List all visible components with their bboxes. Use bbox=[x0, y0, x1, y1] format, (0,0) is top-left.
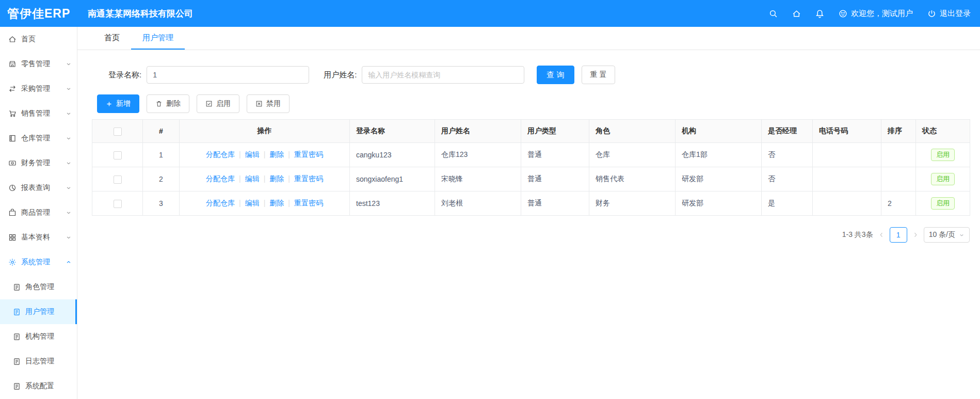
toolbar: 新增 删除 启用 禁用 bbox=[97, 94, 971, 113]
sidebar-subitem-user-management[interactable]: 用户管理 bbox=[0, 299, 77, 324]
chevron-up-icon bbox=[66, 259, 72, 265]
select-all-checkbox[interactable] bbox=[114, 127, 122, 136]
next-page-icon[interactable] bbox=[912, 232, 919, 238]
divider: | bbox=[288, 150, 290, 158]
cell-role: 财务 bbox=[589, 191, 676, 216]
add-button[interactable]: 新增 bbox=[97, 94, 139, 113]
logout-label: 退出登录 bbox=[940, 9, 971, 19]
sidebar-subitem-log-management[interactable]: 日志管理 bbox=[0, 349, 77, 374]
sidebar-item-home[interactable]: 首页 bbox=[0, 27, 77, 52]
tab-user-management[interactable]: 用户管理 bbox=[131, 27, 185, 50]
bell-icon[interactable] bbox=[815, 9, 824, 18]
sidebar-item-label: 销售管理 bbox=[21, 109, 50, 118]
status-badge[interactable]: 启用 bbox=[931, 173, 955, 185]
divider: | bbox=[264, 174, 266, 183]
sidebar-item-goods[interactable]: 商品管理 bbox=[0, 200, 77, 225]
search-button[interactable]: 查 询 bbox=[537, 66, 574, 84]
cell-login-name: cangku123 bbox=[350, 143, 435, 167]
page-number-button[interactable]: 1 bbox=[890, 227, 907, 243]
sidebar-subitem-label: 用户管理 bbox=[25, 307, 54, 316]
company-name: 南通某某网络科技有限公司 bbox=[88, 8, 193, 20]
sidebar-subitem-label: 日志管理 bbox=[25, 357, 54, 366]
row-checkbox[interactable] bbox=[114, 175, 122, 184]
sidebar-item-label: 采购管理 bbox=[21, 84, 50, 93]
header-status: 状态 bbox=[916, 120, 970, 143]
cell-sort bbox=[881, 143, 916, 167]
divider: | bbox=[239, 199, 241, 207]
header-sort: 排序 bbox=[881, 120, 916, 143]
topbar-actions: 欢迎您，测试用户 退出登录 bbox=[769, 9, 980, 19]
cell-login-name: songxiaofeng1 bbox=[350, 167, 435, 191]
document-icon bbox=[13, 358, 21, 365]
status-badge[interactable]: 启用 bbox=[931, 197, 955, 210]
sidebar-item-retail[interactable]: 零售管理 bbox=[0, 52, 77, 76]
sidebar-item-finance[interactable]: 财务管理 bbox=[0, 151, 77, 175]
sidebar-item-sales[interactable]: 销售管理 bbox=[0, 101, 77, 126]
sidebar-item-label: 首页 bbox=[21, 35, 36, 44]
cell-user-name: 宋晓锋 bbox=[435, 167, 521, 191]
notebook-icon bbox=[8, 134, 17, 142]
pie-chart-icon bbox=[8, 184, 17, 192]
topbar: 管伊佳ERP 南通某某网络科技有限公司 欢迎您，测试用户 退出登录 bbox=[0, 0, 980, 27]
login-name-input[interactable] bbox=[147, 66, 309, 84]
logout-button[interactable]: 退出登录 bbox=[927, 9, 971, 19]
sidebar-subitem-org-management[interactable]: 机构管理 bbox=[0, 324, 77, 349]
edit-link[interactable]: 编辑 bbox=[245, 199, 260, 207]
cell-user-type: 普通 bbox=[521, 167, 589, 191]
reset-button[interactable]: 重 置 bbox=[582, 66, 616, 84]
plus-icon bbox=[106, 101, 113, 107]
sidebar-item-reports[interactable]: 报表查询 bbox=[0, 175, 77, 200]
sidebar-item-purchase[interactable]: 采购管理 bbox=[0, 76, 77, 101]
sidebar-item-label: 基本资料 bbox=[21, 233, 50, 242]
divider: | bbox=[264, 199, 266, 207]
reset-password-link[interactable]: 重置密码 bbox=[294, 199, 323, 207]
divider: | bbox=[239, 174, 241, 183]
table-row: 3 分配仓库|编辑|删除|重置密码 test123 刘老根 普通 财务 研发部 … bbox=[92, 191, 970, 216]
sidebar-subitem-role-management[interactable]: 角色管理 bbox=[0, 275, 77, 299]
chevron-down-icon bbox=[66, 185, 72, 191]
sidebar-item-label: 仓库管理 bbox=[21, 134, 50, 143]
tab-home[interactable]: 首页 bbox=[93, 27, 131, 50]
sidebar-item-basic-data[interactable]: 基本资料 bbox=[0, 225, 77, 250]
prev-page-icon[interactable] bbox=[878, 232, 885, 238]
header-org: 机构 bbox=[676, 120, 762, 143]
delete-button[interactable]: 删除 bbox=[147, 94, 189, 113]
cell-phone bbox=[813, 167, 881, 191]
row-checkbox[interactable] bbox=[114, 151, 122, 159]
page-size-select[interactable]: 10 条/页 bbox=[924, 227, 970, 243]
cell-index: 1 bbox=[143, 143, 180, 167]
assign-warehouse-link[interactable]: 分配仓库 bbox=[206, 199, 235, 207]
sidebar-subitem-system-config[interactable]: 系统配置 bbox=[0, 374, 77, 398]
cell-role: 销售代表 bbox=[589, 167, 676, 191]
header-login-name: 登录名称 bbox=[350, 120, 435, 143]
search-icon[interactable] bbox=[769, 9, 778, 18]
delete-link[interactable]: 删除 bbox=[269, 199, 284, 207]
delete-link[interactable]: 删除 bbox=[269, 174, 284, 183]
user-menu[interactable]: 欢迎您，测试用户 bbox=[839, 9, 913, 19]
chevron-down-icon bbox=[959, 232, 965, 238]
user-name-input[interactable] bbox=[362, 66, 524, 84]
reset-password-link[interactable]: 重置密码 bbox=[294, 150, 323, 158]
table-header-row: # 操作 登录名称 用户姓名 用户类型 角色 机构 是否经理 电话号码 排序 状… bbox=[92, 120, 970, 143]
edit-link[interactable]: 编辑 bbox=[245, 174, 260, 183]
reset-password-link[interactable]: 重置密码 bbox=[294, 174, 323, 183]
disable-button[interactable]: 禁用 bbox=[247, 94, 290, 113]
status-badge[interactable]: 启用 bbox=[931, 149, 955, 161]
sidebar-item-warehouse[interactable]: 仓库管理 bbox=[0, 126, 77, 151]
sidebar-item-system[interactable]: 系统管理 bbox=[0, 250, 77, 275]
gear-icon bbox=[8, 258, 17, 266]
app-logo[interactable]: 管伊佳ERP bbox=[0, 6, 77, 22]
delete-link[interactable]: 删除 bbox=[269, 150, 284, 158]
cell-user-type: 普通 bbox=[521, 191, 589, 216]
assign-warehouse-link[interactable]: 分配仓库 bbox=[206, 150, 235, 158]
assign-warehouse-link[interactable]: 分配仓库 bbox=[206, 174, 235, 183]
row-checkbox[interactable] bbox=[114, 200, 122, 208]
filter-bar: 登录名称: 用户姓名: 查 询 重 置 bbox=[108, 66, 971, 84]
enable-button[interactable]: 启用 bbox=[197, 94, 239, 113]
chevron-down-icon bbox=[66, 110, 72, 117]
smiley-face-icon bbox=[839, 9, 847, 18]
document-icon bbox=[13, 333, 21, 341]
sidebar-item-label: 财务管理 bbox=[21, 158, 50, 168]
home-icon[interactable] bbox=[792, 9, 801, 18]
edit-link[interactable]: 编辑 bbox=[245, 150, 260, 158]
